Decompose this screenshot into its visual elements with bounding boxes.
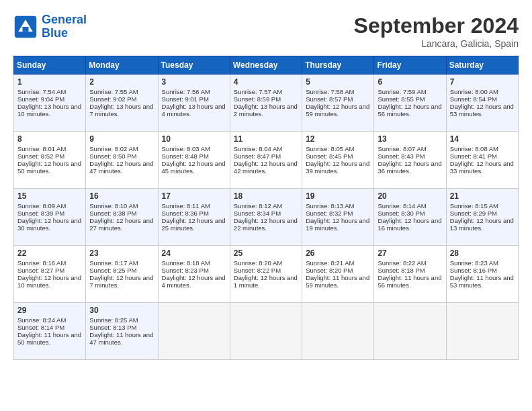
sunset-text: Sunset: 8:43 PM xyxy=(378,152,442,160)
sunset-text: Sunset: 8:29 PM xyxy=(450,210,515,217)
sunset-text: Sunset: 8:39 PM xyxy=(17,210,82,217)
calendar-cell xyxy=(446,303,518,360)
calendar-cell: 1Sunrise: 7:54 AMSunset: 9:04 PMDaylight… xyxy=(14,75,86,132)
calendar-cell: 9Sunrise: 8:02 AMSunset: 8:50 PMDaylight… xyxy=(86,132,158,189)
daylight-text: Daylight: 12 hours and 36 minutes. xyxy=(378,160,442,175)
sunrise-text: Sunrise: 8:10 AM xyxy=(89,202,154,210)
week-row-1: 1Sunrise: 7:54 AMSunset: 9:04 PMDaylight… xyxy=(14,75,519,132)
week-row-5: 29Sunrise: 8:24 AMSunset: 8:14 PMDayligh… xyxy=(14,303,519,360)
sunset-text: Sunset: 8:36 PM xyxy=(162,210,226,217)
day-number: 21 xyxy=(450,191,515,201)
header-day-thursday: Thursday xyxy=(302,56,374,75)
header-day-friday: Friday xyxy=(374,56,446,75)
sunset-text: Sunset: 8:50 PM xyxy=(89,152,154,160)
daylight-text: Daylight: 12 hours and 7 minutes. xyxy=(89,274,154,289)
sunset-text: Sunset: 8:14 PM xyxy=(17,324,82,331)
daylight-text: Daylight: 12 hours and 22 minutes. xyxy=(234,217,298,232)
calendar-cell: 25Sunrise: 8:20 AMSunset: 8:22 PMDayligh… xyxy=(230,246,302,303)
svg-rect-2 xyxy=(23,27,29,32)
daylight-text: Daylight: 13 hours and 7 minutes. xyxy=(89,103,154,118)
calendar-cell: 14Sunrise: 8:08 AMSunset: 8:41 PMDayligh… xyxy=(446,132,518,189)
location: Lancara, Galicia, Spain xyxy=(354,38,519,49)
sunrise-text: Sunrise: 7:59 AM xyxy=(378,88,442,95)
sunset-text: Sunset: 9:01 PM xyxy=(162,95,226,103)
daylight-text: Daylight: 12 hours and 13 minutes. xyxy=(450,217,515,232)
day-number: 19 xyxy=(306,191,370,201)
day-number: 18 xyxy=(234,191,298,201)
daylight-text: Daylight: 12 hours and 50 minutes. xyxy=(17,160,82,175)
calendar-cell: 30Sunrise: 8:25 AMSunset: 8:13 PMDayligh… xyxy=(86,303,158,360)
day-number: 9 xyxy=(89,134,154,144)
calendar-cell: 12Sunrise: 8:05 AMSunset: 8:45 PMDayligh… xyxy=(302,132,374,189)
calendar-cell: 26Sunrise: 8:21 AMSunset: 8:20 PMDayligh… xyxy=(302,246,374,303)
calendar-cell: 5Sunrise: 7:58 AMSunset: 8:57 PMDaylight… xyxy=(302,75,374,132)
daylight-text: Daylight: 12 hours and 30 minutes. xyxy=(17,217,82,232)
sunset-text: Sunset: 8:41 PM xyxy=(450,152,515,160)
sunset-text: Sunset: 8:34 PM xyxy=(234,210,298,217)
week-row-3: 15Sunrise: 8:09 AMSunset: 8:39 PMDayligh… xyxy=(14,189,519,246)
daylight-text: Daylight: 13 hours and 10 minutes. xyxy=(17,103,82,118)
daylight-text: Daylight: 11 hours and 47 minutes. xyxy=(89,331,154,346)
day-number: 11 xyxy=(234,134,298,144)
sunrise-text: Sunrise: 8:11 AM xyxy=(162,202,226,210)
daylight-text: Daylight: 12 hours and 56 minutes. xyxy=(378,103,442,118)
sunrise-text: Sunrise: 8:24 AM xyxy=(17,316,82,324)
calendar-cell: 19Sunrise: 8:13 AMSunset: 8:32 PMDayligh… xyxy=(302,189,374,246)
header-day-tuesday: Tuesday xyxy=(158,56,230,75)
day-number: 13 xyxy=(378,134,442,144)
sunrise-text: Sunrise: 8:03 AM xyxy=(162,145,226,152)
daylight-text: Daylight: 12 hours and 42 minutes. xyxy=(234,160,298,175)
daylight-text: Daylight: 12 hours and 59 minutes. xyxy=(306,103,370,118)
sunset-text: Sunset: 8:13 PM xyxy=(89,324,154,331)
calendar-cell: 6Sunrise: 7:59 AMSunset: 8:55 PMDaylight… xyxy=(374,75,446,132)
daylight-text: Daylight: 12 hours and 33 minutes. xyxy=(450,160,515,175)
header-day-sunday: Sunday xyxy=(14,56,86,75)
calendar-cell: 16Sunrise: 8:10 AMSunset: 8:38 PMDayligh… xyxy=(86,189,158,246)
sunset-text: Sunset: 8:55 PM xyxy=(378,95,442,103)
week-row-2: 8Sunrise: 8:01 AMSunset: 8:52 PMDaylight… xyxy=(14,132,519,189)
day-number: 4 xyxy=(234,77,298,87)
day-number: 16 xyxy=(89,191,154,201)
day-number: 15 xyxy=(17,191,82,201)
day-number: 29 xyxy=(17,306,82,315)
sunset-text: Sunset: 8:25 PM xyxy=(89,267,154,274)
daylight-text: Daylight: 11 hours and 53 minutes. xyxy=(450,274,515,289)
daylight-text: Daylight: 12 hours and 19 minutes. xyxy=(306,217,370,232)
day-number: 28 xyxy=(450,248,515,258)
daylight-text: Daylight: 12 hours and 4 minutes. xyxy=(162,274,226,289)
day-number: 20 xyxy=(378,191,442,201)
calendar-cell xyxy=(158,303,230,360)
calendar-cell: 11Sunrise: 8:04 AMSunset: 8:47 PMDayligh… xyxy=(230,132,302,189)
day-number: 22 xyxy=(17,248,82,258)
header-row: SundayMondayTuesdayWednesdayThursdayFrid… xyxy=(14,56,519,75)
week-row-4: 22Sunrise: 8:16 AMSunset: 8:27 PMDayligh… xyxy=(14,246,519,303)
calendar-cell: 21Sunrise: 8:15 AMSunset: 8:29 PMDayligh… xyxy=(446,189,518,246)
sunrise-text: Sunrise: 8:20 AM xyxy=(234,259,298,267)
header-day-monday: Monday xyxy=(86,56,158,75)
sunset-text: Sunset: 9:02 PM xyxy=(89,95,154,103)
calendar-cell: 8Sunrise: 8:01 AMSunset: 8:52 PMDaylight… xyxy=(14,132,86,189)
sunset-text: Sunset: 9:04 PM xyxy=(17,95,82,103)
sunrise-text: Sunrise: 8:00 AM xyxy=(450,88,515,95)
day-number: 14 xyxy=(450,134,515,144)
sunrise-text: Sunrise: 8:02 AM xyxy=(89,145,154,152)
calendar-cell: 27Sunrise: 8:22 AMSunset: 8:18 PMDayligh… xyxy=(374,246,446,303)
day-number: 2 xyxy=(89,77,154,87)
sunrise-text: Sunrise: 7:58 AM xyxy=(306,88,370,95)
sunrise-text: Sunrise: 7:57 AM xyxy=(234,88,298,95)
sunset-text: Sunset: 8:30 PM xyxy=(378,210,442,217)
sunrise-text: Sunrise: 8:25 AM xyxy=(89,316,154,324)
sunrise-text: Sunrise: 8:07 AM xyxy=(378,145,442,152)
sunrise-text: Sunrise: 7:55 AM xyxy=(89,88,154,95)
day-number: 17 xyxy=(162,191,226,201)
daylight-text: Daylight: 12 hours and 16 minutes. xyxy=(378,217,442,232)
day-number: 27 xyxy=(378,248,442,258)
calendar-cell: 7Sunrise: 8:00 AMSunset: 8:54 PMDaylight… xyxy=(446,75,518,132)
sunrise-text: Sunrise: 8:08 AM xyxy=(450,145,515,152)
daylight-text: Daylight: 11 hours and 56 minutes. xyxy=(378,274,442,289)
logo: General Blue xyxy=(13,13,87,40)
calendar-cell: 24Sunrise: 8:18 AMSunset: 8:23 PMDayligh… xyxy=(158,246,230,303)
day-number: 5 xyxy=(306,77,370,87)
calendar-table: SundayMondayTuesdayWednesdayThursdayFrid… xyxy=(13,56,519,360)
day-number: 26 xyxy=(306,248,370,258)
